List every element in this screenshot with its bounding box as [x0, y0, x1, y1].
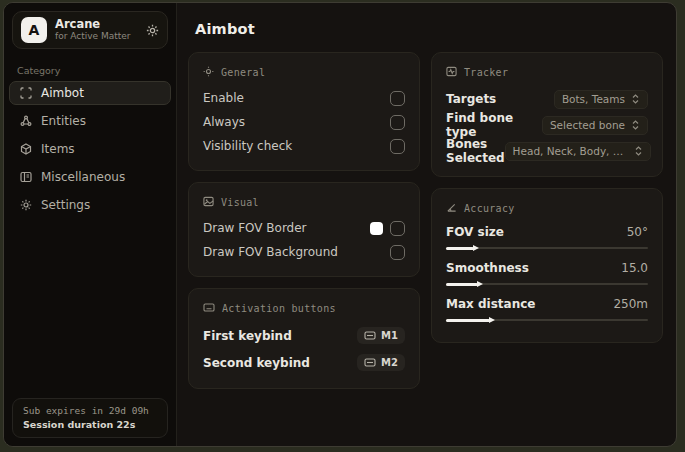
setting-row-find-bone-type: Find bone type Selected bone: [446, 112, 648, 138]
keybind-value: M1: [381, 330, 398, 341]
setting-label: Always: [203, 115, 245, 129]
section-title: Visual: [221, 197, 259, 208]
setting-label: First keybind: [203, 329, 292, 343]
slider-fill: [446, 283, 478, 286]
section-title: General: [221, 67, 265, 78]
sidebar-item-items[interactable]: Items: [9, 137, 171, 161]
gear-icon: [18, 199, 33, 211]
sidebar-item-entities[interactable]: Entities: [9, 109, 171, 133]
setting-label: Enable: [203, 91, 244, 105]
left-column: General Enable Always Visibility check: [188, 52, 420, 389]
sidebar-item-label: Settings: [41, 198, 90, 212]
sidebar-item-miscellaneous[interactable]: Miscellaneous: [9, 165, 171, 189]
fov-border-color-swatch[interactable]: [370, 222, 383, 235]
setting-label: Targets: [446, 92, 496, 106]
tracker-section: Tracker Targets Bots, Teams Find bone ty…: [431, 52, 663, 177]
activation-buttons-section: Activation buttons First keybind M1 Seco…: [188, 288, 420, 389]
unfold-icon: [631, 120, 640, 130]
subscription-info: Sub expires in 29d 09h Session duration …: [12, 398, 168, 438]
setting-row-always: Always: [203, 110, 405, 134]
slider-value: 50°: [627, 225, 648, 239]
sidebar-item-label: Aimbot: [41, 86, 84, 100]
dropdown-value: Bots, Teams: [562, 93, 625, 105]
activity-icon: [446, 66, 457, 79]
unfold-icon: [634, 146, 643, 156]
setting-row-enable: Enable: [203, 86, 405, 110]
category-label: Category: [17, 65, 163, 76]
panels-icon: [18, 171, 33, 183]
draw-fov-border-checkbox[interactable]: [390, 221, 405, 236]
slider-thumb[interactable]: [489, 317, 495, 323]
app-window: A Arcane for Active Matter Category: [3, 2, 677, 447]
sidebar-item-aimbot[interactable]: Aimbot: [9, 81, 171, 105]
slider-value: 15.0: [621, 261, 648, 275]
brand-name: Arcane: [55, 18, 138, 31]
bones-selected-dropdown[interactable]: Head, Neck, Body, Pe…: [505, 142, 651, 161]
sidebar-item-label: Entities: [41, 114, 86, 128]
always-checkbox[interactable]: [390, 115, 405, 130]
sidebar: A Arcane for Active Matter Category: [4, 3, 177, 446]
keyboard-icon: [203, 302, 215, 315]
setting-label: FOV size: [446, 225, 504, 239]
setting-row-draw-fov-border: Draw FOV Border: [203, 216, 405, 240]
targets-dropdown[interactable]: Bots, Teams: [554, 90, 648, 109]
angle-icon: [446, 202, 457, 215]
draw-fov-background-checkbox[interactable]: [390, 245, 405, 260]
setting-label: Find bone type: [446, 111, 542, 139]
accuracy-section: Accuracy FOV size 50°: [431, 188, 663, 343]
smoothness-slider-group: Smoothness 15.0: [446, 258, 648, 285]
entities-icon: [18, 115, 33, 127]
sidebar-item-label: Items: [41, 142, 75, 156]
sidebar-item-label: Miscellaneous: [41, 170, 125, 184]
scan-icon: [18, 87, 33, 99]
setting-row-second-keybind: Second keybind M2: [203, 349, 405, 376]
find-bone-type-dropdown[interactable]: Selected bone: [542, 116, 648, 135]
brand-text: Arcane for Active Matter: [55, 18, 138, 42]
smoothness-slider[interactable]: [446, 283, 648, 285]
slider-fill: [446, 247, 474, 250]
unfold-icon: [631, 94, 640, 104]
main-panel: Aimbot General: [177, 3, 676, 446]
general-section: General Enable Always Visibility check: [188, 52, 420, 171]
enable-checkbox[interactable]: [390, 91, 405, 106]
section-title: Activation buttons: [222, 303, 336, 314]
setting-label: Max distance: [446, 297, 535, 311]
brand-logo: A: [21, 17, 47, 43]
fov-size-slider[interactable]: [446, 247, 648, 249]
setting-label: Smoothness: [446, 261, 529, 275]
image-icon: [203, 196, 214, 209]
cube-icon: [18, 143, 33, 155]
sub-expiry-text: Sub expires in 29d 09h: [23, 405, 157, 416]
sidebar-item-settings[interactable]: Settings: [9, 193, 171, 217]
setting-label: Bones Selected: [446, 137, 505, 165]
brand-card: A Arcane for Active Matter: [12, 11, 168, 49]
section-title: Accuracy: [464, 203, 515, 214]
brand-subtitle: for Active Matter: [55, 31, 138, 41]
slider-thumb[interactable]: [473, 245, 479, 251]
mouse-button-icon: [364, 358, 376, 367]
setting-label: Draw FOV Background: [203, 245, 338, 259]
visual-section: Visual Draw FOV Border Draw FOV Backgrou…: [188, 182, 420, 277]
gear-icon[interactable]: [146, 24, 159, 37]
visibility-check-checkbox[interactable]: [390, 139, 405, 154]
setting-row-first-keybind: First keybind M1: [203, 322, 405, 349]
max-distance-slider[interactable]: [446, 319, 648, 321]
mouse-button-icon: [364, 331, 376, 340]
setting-row-visibility-check: Visibility check: [203, 134, 405, 158]
second-keybind-button[interactable]: M2: [357, 354, 405, 371]
setting-row-targets: Targets Bots, Teams: [446, 86, 648, 112]
session-duration-text: Session duration 22s: [23, 419, 157, 430]
page-title: Aimbot: [195, 21, 663, 37]
setting-label: Draw FOV Border: [203, 221, 307, 235]
setting-row-draw-fov-background: Draw FOV Background: [203, 240, 405, 264]
fov-size-slider-group: FOV size 50°: [446, 222, 648, 249]
keybind-value: M2: [381, 357, 398, 368]
max-distance-slider-group: Max distance 250m: [446, 294, 648, 321]
slider-value: 250m: [613, 297, 648, 311]
slider-fill: [446, 319, 490, 322]
right-column: Tracker Targets Bots, Teams Find bone ty…: [431, 52, 663, 343]
slider-thumb[interactable]: [477, 281, 483, 287]
first-keybind-button[interactable]: M1: [357, 327, 405, 344]
dropdown-value: Head, Neck, Body, Pe…: [513, 145, 628, 157]
sidebar-nav: Aimbot Entities Items: [4, 81, 176, 217]
